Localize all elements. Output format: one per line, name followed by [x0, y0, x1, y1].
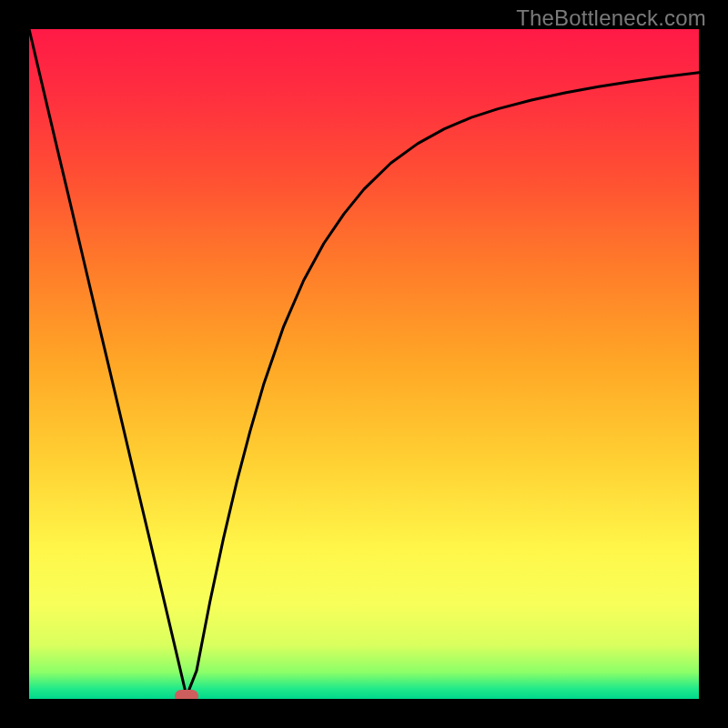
bottleneck-marker	[175, 690, 198, 699]
plot-area	[29, 29, 699, 699]
gradient-background	[29, 29, 699, 699]
chart-frame: TheBottleneck.com	[0, 0, 728, 728]
chart-svg	[29, 29, 699, 699]
watermark-text: TheBottleneck.com	[516, 5, 706, 31]
